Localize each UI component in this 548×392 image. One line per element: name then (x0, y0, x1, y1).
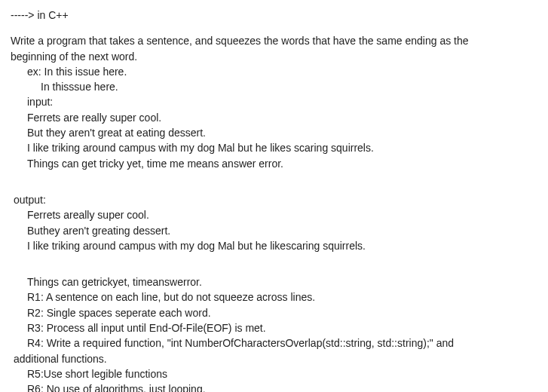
example-line-1: ex: In this issue here. (11, 64, 537, 79)
blank-space (11, 171, 537, 182)
rule-line: R5:Use short legible functions (11, 366, 537, 381)
prompt-line-1: Write a program that takes a sentence, a… (11, 33, 537, 48)
document-body: -----> in C++ Write a program that takes… (0, 0, 548, 392)
input-label: input: (11, 94, 537, 109)
input-line: But they aren't great at eating dessert. (11, 125, 537, 140)
rule-line-cont: additional functions. (11, 351, 537, 366)
rule-line: R4: Write a required function, "int Numb… (11, 335, 537, 351)
blank-space (11, 23, 537, 33)
rule-line: R6: No use of algorithms, just looping. (11, 381, 537, 392)
input-line: Things can get tricky yet, time me means… (11, 156, 537, 171)
rule-line: R3: Process all input until End-Of-File(… (11, 320, 537, 335)
output-label: output: (11, 192, 537, 207)
rule-line: R2: Single spaces seperate each word. (11, 305, 537, 320)
example-line-2: In thisssue here. (11, 79, 537, 94)
input-line: I like triking around campus with my dog… (11, 140, 537, 155)
output-line: Ferrets areally super cool. (11, 207, 537, 222)
blank-space (11, 182, 537, 192)
title-arrow: -----> in C++ (11, 8, 537, 23)
rule-line: R1: A sentence on each line, but do not … (11, 289, 537, 305)
blank-space (11, 264, 537, 274)
output-line: I like triking around campus with my dog… (11, 238, 537, 253)
blank-space (11, 253, 537, 264)
prompt-line-2: beginning of the next word. (11, 49, 537, 64)
output-line: Things can getrickyet, timeanswerror. (11, 274, 537, 289)
input-line: Ferrets are really super cool. (11, 110, 537, 125)
output-line: Buthey aren't greating dessert. (11, 223, 537, 238)
